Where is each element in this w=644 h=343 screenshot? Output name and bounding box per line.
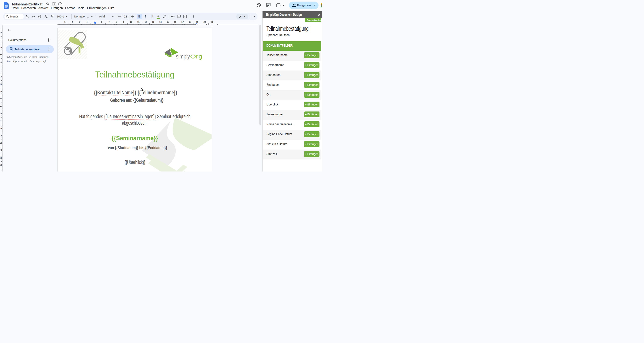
svg-text:Org: Org	[190, 53, 203, 60]
svg-text:simply: simply	[176, 53, 190, 60]
